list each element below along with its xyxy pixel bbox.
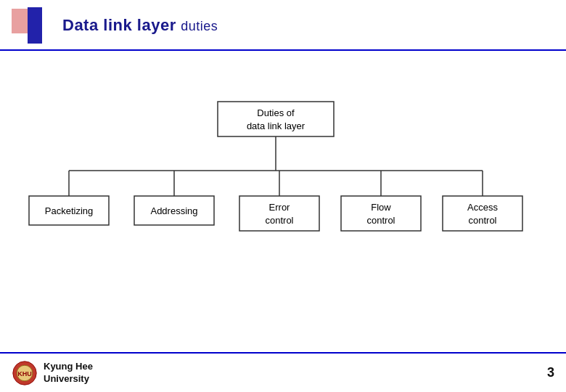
university-crest-icon: KHU [12,360,38,386]
svg-text:Duties of: Duties of [257,107,295,118]
logo-blue-square [28,7,42,44]
svg-text:data link layer: data link layer [247,121,305,131]
header: Data link layer duties [0,0,566,51]
title-main: Data link layer [62,16,176,34]
university-name: Kyung Hee University [44,361,93,385]
footer-logo-area: KHU Kyung Hee University [12,360,93,386]
page-number: 3 [547,365,554,380]
svg-text:Error: Error [269,202,291,213]
svg-text:Flow: Flow [371,202,391,213]
svg-text:Addressing: Addressing [150,205,197,216]
svg-text:control: control [468,215,496,226]
svg-text:control: control [366,215,395,226]
page-title: Data link layer duties [62,16,218,35]
svg-text:control: control [265,215,293,226]
header-logo [12,7,55,44]
title-subtitle: duties [181,19,218,33]
footer: KHU Kyung Hee University 3 [0,352,566,392]
svg-text:Packetizing: Packetizing [45,205,93,216]
svg-text:Access: Access [467,202,498,213]
diagram-svg: Duties of data link layer Packetizing Ad… [22,94,530,254]
main-content: Duties of data link layer Packetizing Ad… [0,51,566,388]
svg-text:KHU: KHU [17,369,32,377]
